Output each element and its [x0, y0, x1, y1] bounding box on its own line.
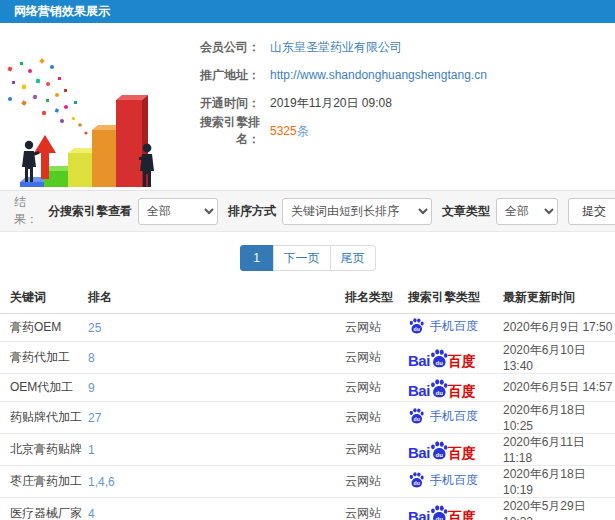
header-keyword: 关键词 — [0, 283, 88, 314]
table-row: 北京膏药贴牌 1 云网站 Baidu百度 2020年6月11日 11:18 — [0, 434, 615, 466]
filter-bar: 结果： 分搜索引擎查看 全部 排序方式 关键词由短到长排序 文章类型 全部 提交 — [0, 190, 615, 232]
company-link[interactable]: 山东皇圣堂药业有限公司 — [270, 39, 402, 56]
page-1-button[interactable]: 1 — [240, 245, 274, 271]
rank-count-row: 搜索引擎排名： 5325条 — [178, 123, 615, 139]
svg-text:du: du — [435, 452, 443, 458]
engine-label: 手机百度 — [430, 318, 478, 335]
engine-filter-select[interactable]: 全部 — [138, 198, 218, 225]
rank-link[interactable]: 9 — [88, 381, 95, 395]
filter-controls: 分搜索引擎查看 全部 排序方式 关键词由短到长排序 文章类型 全部 提交 — [38, 198, 615, 225]
rank-type-cell: 云网站 — [345, 314, 408, 342]
baidu-logo: Baidu百度 — [408, 376, 476, 398]
last-page-button[interactable]: 尾页 — [330, 245, 376, 271]
header-engine-type: 搜索引擎类型 — [408, 283, 503, 314]
rank-link[interactable]: 4 — [88, 507, 95, 520]
result-label: 结果： — [14, 194, 38, 228]
header-updated: 最新更新时间 — [503, 283, 615, 314]
table-row: OEM代加工 9 云网站 Baidu百度 2020年6月5日 14:57 — [0, 374, 615, 402]
rank-type-cell: 云网站 — [345, 402, 408, 434]
baidu-paw-icon: du — [429, 378, 449, 399]
svg-text:du: du — [435, 516, 443, 520]
updated-cell: 2020年6月18日 10:19 — [503, 466, 615, 498]
sort-label: 排序方式 — [228, 203, 276, 220]
rank-type-cell: 云网站 — [345, 498, 408, 520]
table-header-row: 关键词 排名 排名类型 搜索引擎类型 最新更新时间 — [0, 283, 615, 314]
updated-cell: 2020年6月9日 17:50 — [503, 314, 615, 342]
updated-cell: 2020年6月5日 14:57 — [503, 374, 615, 402]
article-type-select[interactable]: 全部 — [496, 198, 558, 225]
baidu-paw-icon: du — [408, 407, 425, 425]
keyword-cell: OEM代加工 — [0, 374, 88, 402]
rank-type-cell: 云网站 — [345, 342, 408, 374]
svg-text:du: du — [414, 480, 420, 486]
table-row: 膏药OEM 25 云网站 du手机百度 2020年6月9日 17:50 — [0, 314, 615, 342]
rank-link[interactable]: 25 — [88, 321, 101, 335]
updated-cell: 2020年6月18日 10:25 — [503, 402, 615, 434]
baidu-paw-icon: du — [429, 504, 449, 520]
header-rank: 排名 — [88, 283, 345, 314]
updated-cell: 2020年6月10日 13:40 — [503, 342, 615, 374]
promo-url-label: 推广地址： — [178, 67, 260, 84]
rank-count-label: 搜索引擎排名： — [178, 114, 260, 148]
header-rank-type: 排名类型 — [345, 283, 408, 314]
account-info: 会员公司： 山东皇圣堂药业有限公司 推广地址： http://www.shand… — [178, 29, 615, 190]
engine-label: 百度 — [448, 384, 476, 398]
baidu-logo: Baidu百度 — [408, 502, 476, 520]
rank-link[interactable]: 27 — [88, 411, 101, 425]
growth-bar-chart-image — [0, 29, 178, 187]
open-time-value: 2019年11月20日 09:08 — [270, 95, 392, 112]
updated-cell: 2020年5月29日 10:32 — [503, 498, 615, 520]
mobile-baidu-badge: du手机百度 — [408, 317, 478, 335]
table-row: 医疗器械厂家 4 云网站 Baidu百度 2020年5月29日 10:32 — [0, 498, 615, 520]
growth-bar-chart-graphic — [0, 29, 178, 187]
baidu-paw-icon: du — [408, 471, 425, 489]
keyword-cell: 医疗器械厂家 — [0, 498, 88, 520]
table-row: 枣庄膏药加工 1,4,6 云网站 du手机百度 2020年6月18日 10:19 — [0, 466, 615, 498]
sort-select[interactable]: 关键词由短到长排序 — [282, 198, 432, 225]
engine-label: 百度 — [448, 354, 476, 368]
baidu-paw-icon: du — [429, 440, 449, 461]
rank-link[interactable]: 1 — [88, 443, 95, 457]
page-title: 网络营销效果展示 — [14, 4, 110, 18]
baidu-logo: Baidu百度 — [408, 346, 476, 368]
confetti-dots — [7, 58, 87, 134]
pagination: 1 下一页 尾页 — [0, 245, 615, 271]
open-time-row: 开通时间： 2019年11月20日 09:08 — [178, 95, 615, 111]
keyword-cell: 膏药OEM — [0, 314, 88, 342]
summary-section: 会员公司： 山东皇圣堂药业有限公司 推广地址： http://www.shand… — [0, 23, 615, 190]
svg-text:du: du — [435, 360, 443, 366]
svg-text:du: du — [435, 390, 443, 396]
businessman-left — [22, 141, 40, 182]
svg-text:du: du — [414, 416, 420, 422]
updated-cell: 2020年6月11日 11:18 — [503, 434, 615, 466]
rank-count-value: 5325条 — [270, 123, 309, 140]
engine-label: 百度 — [448, 510, 476, 520]
rank-link[interactable]: 8 — [88, 351, 95, 365]
baidu-logo: Baidu百度 — [408, 438, 476, 460]
baidu-paw-icon: du — [408, 317, 425, 335]
baidu-paw-icon: du — [429, 348, 449, 369]
company-row: 会员公司： 山东皇圣堂药业有限公司 — [178, 39, 615, 55]
table-row: 药贴牌代加工 27 云网站 du手机百度 2020年6月18日 10:25 — [0, 402, 615, 434]
keyword-cell: 北京膏药贴牌 — [0, 434, 88, 466]
next-page-button[interactable]: 下一页 — [273, 245, 331, 271]
rank-type-cell: 云网站 — [345, 466, 408, 498]
open-time-label: 开通时间： — [178, 95, 260, 112]
engine-label: 手机百度 — [430, 408, 478, 425]
rank-link[interactable]: 1,4,6 — [88, 475, 115, 489]
keyword-cell: 膏药代加工 — [0, 342, 88, 374]
keyword-cell: 枣庄膏药加工 — [0, 466, 88, 498]
ranking-table: 关键词 排名 排名类型 搜索引擎类型 最新更新时间 膏药OEM 25 云网站 d… — [0, 283, 615, 520]
keyword-cell: 药贴牌代加工 — [0, 402, 88, 434]
rank-type-cell: 云网站 — [345, 374, 408, 402]
page-header: 网络营销效果展示 — [0, 0, 615, 23]
promo-url-row: 推广地址： http://www.shandonghuangshengtang.… — [178, 67, 615, 83]
article-type-label: 文章类型 — [442, 203, 490, 220]
engine-filter-label: 分搜索引擎查看 — [48, 203, 132, 220]
submit-button[interactable]: 提交 — [568, 198, 615, 225]
promo-url-link[interactable]: http://www.shandonghuangshengtang.cn — [270, 68, 487, 82]
mobile-baidu-badge: du手机百度 — [408, 407, 478, 425]
mobile-baidu-badge: du手机百度 — [408, 471, 478, 489]
company-label: 会员公司： — [178, 39, 260, 56]
svg-text:du: du — [414, 326, 420, 332]
